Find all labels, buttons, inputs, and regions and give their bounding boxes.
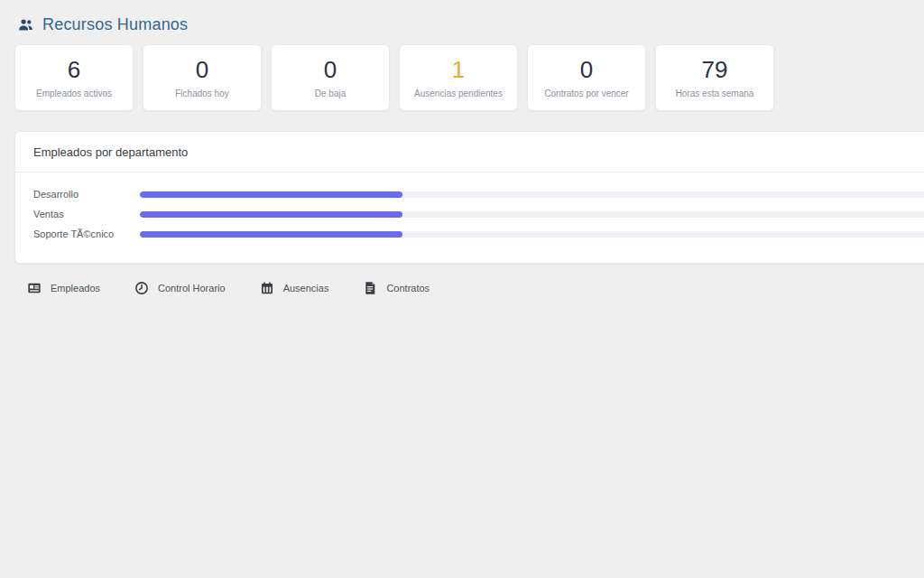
nav-label: Control Horario xyxy=(158,283,226,294)
stat-card-de-baja: 0 De baja xyxy=(271,44,390,111)
stat-label: Contratos por vencer xyxy=(544,89,628,98)
clock-icon xyxy=(134,281,149,295)
nav-item-contratos[interactable]: Contratos xyxy=(363,281,430,295)
id-card-icon xyxy=(27,281,42,295)
department-bar-chart: Desarrollo Ventas Soporte TÃ©cnico xyxy=(15,172,924,263)
stat-value: 0 xyxy=(196,58,208,81)
bar-row-ventas: Ventas xyxy=(33,204,924,224)
chart-card-title: Empleados por departamento xyxy=(15,132,924,172)
stat-label: Fichados hoy xyxy=(175,89,228,98)
stat-card-horas-esta-semana: 79 Horas esta semana xyxy=(655,44,774,111)
stat-label: De baja xyxy=(315,89,346,98)
nav-label: Contratos xyxy=(386,283,430,294)
bar-fill xyxy=(140,191,402,198)
nav-item-ausencias[interactable]: Ausencias xyxy=(260,281,329,295)
bottom-nav: Empleados Control Horario Ausencias Cont… xyxy=(27,281,910,295)
nav-label: Ausencias xyxy=(283,283,329,294)
stat-card-fichados-hoy: 0 Fichados hoy xyxy=(143,44,262,111)
stat-label: Horas esta semana xyxy=(676,89,754,98)
nav-item-control-horario[interactable]: Control Horario xyxy=(134,281,226,295)
app-header: Recursos Humanos xyxy=(0,0,924,39)
stat-label: Ausencias pendientes xyxy=(414,89,503,98)
bar-row-soporte-tecnico: Soporte TÃ©cnico xyxy=(33,224,924,244)
bar-label: Desarrollo xyxy=(33,189,140,200)
stat-value: 0 xyxy=(324,58,337,81)
stat-value: 1 xyxy=(452,58,465,81)
bar-label: Soporte TÃ©cnico xyxy=(33,228,140,239)
bar-fill xyxy=(140,231,402,238)
bar-track xyxy=(140,191,924,198)
stat-label: Empleados activos xyxy=(36,89,112,98)
stat-card-ausencias-pendientes: 1 Ausencias pendientes xyxy=(399,44,518,111)
bar-row-desarrollo: Desarrollo xyxy=(33,184,924,204)
stats-row: 6 Empleados activos 0 Fichados hoy 0 De … xyxy=(14,44,910,111)
calendar-icon xyxy=(260,281,274,295)
bar-track xyxy=(140,211,924,218)
document-icon xyxy=(363,281,377,295)
hr-dashboard: { "app": { "title": "Recursos Humanos" }… xyxy=(0,0,924,578)
stat-value: 79 xyxy=(702,58,728,81)
people-group-icon xyxy=(17,16,34,33)
nav-label: Empleados xyxy=(51,283,100,294)
department-chart-card: Empleados por departamento Desarrollo Ve… xyxy=(14,131,924,264)
nav-item-empleados[interactable]: Empleados xyxy=(27,281,100,295)
page-title: Recursos Humanos xyxy=(42,15,188,34)
stat-value: 6 xyxy=(68,58,80,81)
stat-card-empleados-activos: 6 Empleados activos xyxy=(14,44,134,111)
stat-card-contratos-por-vencer: 0 Contratos por vencer xyxy=(527,44,646,111)
stat-value: 0 xyxy=(580,58,593,81)
bar-fill xyxy=(140,211,402,218)
bar-track xyxy=(140,231,924,238)
bar-label: Ventas xyxy=(33,209,140,219)
